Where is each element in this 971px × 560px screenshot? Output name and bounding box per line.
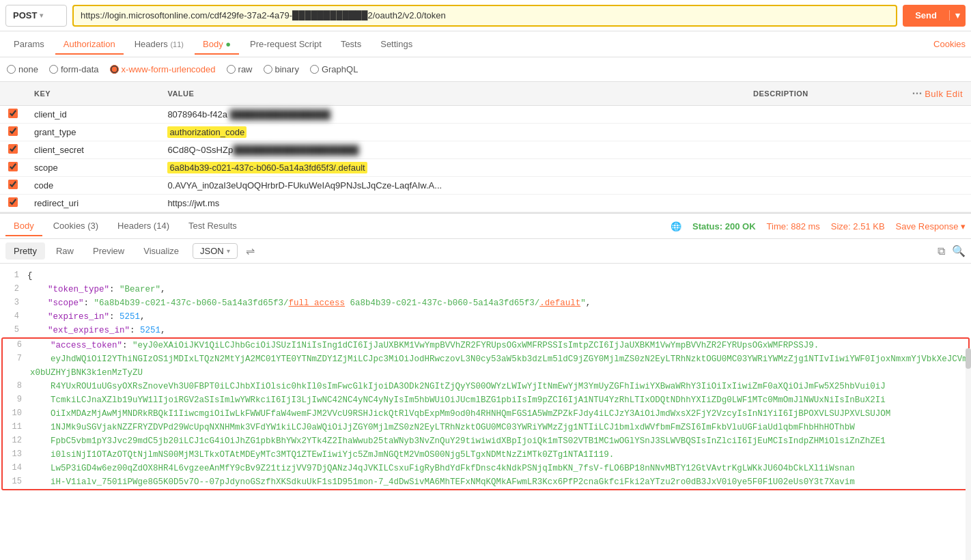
row-actions xyxy=(889,141,971,159)
pretty-tab[interactable]: Pretty xyxy=(5,242,45,260)
highlighted-value: authorization_code xyxy=(167,126,247,138)
tab-authorization[interactable]: Authorization xyxy=(55,35,124,55)
th-checkbox xyxy=(0,82,26,106)
send-button[interactable]: Send ▾ xyxy=(903,5,966,27)
key-cell[interactable]: scope xyxy=(26,159,159,177)
desc-cell[interactable] xyxy=(745,159,889,177)
desc-cell[interactable] xyxy=(745,124,889,141)
url-input[interactable] xyxy=(72,5,897,27)
radio-binary[interactable]: binary xyxy=(264,64,299,74)
key-cell[interactable]: grant_type xyxy=(26,124,159,141)
tab-tests[interactable]: Tests xyxy=(333,35,369,55)
th-actions: ··· Bulk Edit xyxy=(889,82,971,106)
json-format-select[interactable]: JSON ▾ xyxy=(193,243,238,259)
desc-cell[interactable] xyxy=(745,106,889,124)
json-line-4: 4 "expires_in": 5251, xyxy=(0,310,971,324)
status-ok: Status: 200 OK xyxy=(692,221,755,232)
resp-tab-cookies[interactable]: Cookies (3) xyxy=(45,216,107,236)
status-info: 🌐 Status: 200 OK Time: 882 ms Size: 2.51… xyxy=(671,221,966,232)
cookies-link[interactable]: Cookies xyxy=(933,39,966,49)
blurred-value: ████████████████ xyxy=(229,109,330,120)
status-time: Time: 882 ms xyxy=(767,221,820,232)
value-cell[interactable]: 6a8b4b39-c021-437c-b060-5a14a3fd65f3/.de… xyxy=(159,159,745,177)
resp-tab-test-results[interactable]: Test Results xyxy=(180,216,245,236)
value-cell[interactable]: authorization_code xyxy=(159,124,745,141)
row-checkbox[interactable] xyxy=(8,144,18,154)
send-arrow: ▾ xyxy=(949,10,966,20)
highlighted-value: 6a8b4b39-c021-437c-b060-5a14a3fd65f3/.de… xyxy=(167,162,367,173)
json-viewer[interactable]: 1 { 2 "token_type": "Bearer", 3 "scope":… xyxy=(0,264,971,534)
copy-icon[interactable]: ⧉ xyxy=(938,245,945,257)
desc-cell[interactable] xyxy=(745,177,889,195)
table-row: code 0.AVYA_in0zaI3eUqOQHrbrD-FUkuWeIAq9… xyxy=(0,177,971,195)
json-line-3: 3 "scope": "6a8b4b39-c021-437c-b060-5a14… xyxy=(0,296,971,310)
scrollbar-track[interactable] xyxy=(966,348,971,534)
row-checkbox[interactable] xyxy=(8,197,18,207)
json-line-7: 7 eyJhdWQiOiI2YThiNGIzOS1jMDIxLTQzN2MtYj… xyxy=(3,352,968,380)
value-cell[interactable]: 8078964b-f42a ████████████████ xyxy=(159,106,745,124)
radio-urlencoded[interactable]: x-www-form-urlencoded xyxy=(110,64,216,74)
row-actions xyxy=(889,106,971,124)
filter-icon[interactable]: ⇌ xyxy=(246,244,255,257)
key-cell[interactable]: client_secret xyxy=(26,141,159,159)
radio-none[interactable]: none xyxy=(7,64,38,74)
row-checkbox[interactable] xyxy=(8,126,18,136)
visualize-tab[interactable]: Visualize xyxy=(135,242,187,260)
json-format-label: JSON xyxy=(200,246,224,256)
response-tabs-row: Body Cookies (3) Headers (14) Test Resul… xyxy=(0,213,971,239)
json-line-13: 13 i0lsiNjI1OTAzOTQtNjlmNS00MjM3LTkxOTAt… xyxy=(3,448,968,462)
row-checkbox[interactable] xyxy=(8,180,18,189)
more-options-icon[interactable]: ··· xyxy=(912,87,923,99)
key-cell[interactable]: client_id xyxy=(26,106,159,124)
table-row: client_secret 6Cd8Q~0SsHZp██████████████… xyxy=(0,141,971,159)
params-table: KEY VALUE DESCRIPTION ··· Bulk Edit clie… xyxy=(0,82,971,212)
tab-params[interactable]: Params xyxy=(5,35,53,55)
tab-pre-request[interactable]: Pre-request Script xyxy=(242,35,330,55)
radio-graphql[interactable]: GraphQL xyxy=(310,64,358,74)
tab-settings[interactable]: Settings xyxy=(372,35,421,55)
json-line-1: 1 { xyxy=(0,269,971,283)
send-label: Send xyxy=(903,10,949,20)
search-icon[interactable]: 🔍 xyxy=(952,244,966,257)
table-row: redirect_uri https://jwt.ms xyxy=(0,195,971,212)
resp-tab-headers[interactable]: Headers (14) xyxy=(109,216,178,236)
url-bar: POST ▾ Send ▾ xyxy=(0,0,971,31)
request-tabs-row: Params Authorization Headers (11) Body ●… xyxy=(0,31,971,57)
save-response-button[interactable]: Save Response ▾ xyxy=(896,221,966,232)
table-row: client_id 8078964b-f42a ████████████████ xyxy=(0,106,971,124)
row-checkbox[interactable] xyxy=(8,162,18,171)
value-cell[interactable]: 0.AVYA_in0zaI3eUqOQHrbrD-FUkuWeIAq9PNJsL… xyxy=(159,177,745,195)
desc-cell[interactable] xyxy=(745,141,889,159)
tab-body[interactable]: Body ● xyxy=(195,35,239,55)
radio-form-data[interactable]: form-data xyxy=(49,64,99,74)
method-select[interactable]: POST ▾ xyxy=(5,5,67,27)
scrollbar-thumb[interactable] xyxy=(966,348,971,369)
tab-headers[interactable]: Headers (11) xyxy=(126,35,192,55)
params-section: KEY VALUE DESCRIPTION ··· Bulk Edit clie… xyxy=(0,82,971,213)
status-size: Size: 2.51 KB xyxy=(831,221,885,232)
body-type-row: none form-data x-www-form-urlencoded raw… xyxy=(0,57,971,82)
key-cell[interactable]: redirect_uri xyxy=(26,195,159,212)
json-line-12: 12 FpbC5vbm1pY3Jvc29mdC5jb20iLCJ1cG4iOiJ… xyxy=(3,434,968,448)
row-checkbox[interactable] xyxy=(8,109,18,118)
radio-raw[interactable]: raw xyxy=(227,64,253,74)
blurred-value: ████████████████████ xyxy=(233,145,358,155)
bulk-edit-button[interactable]: Bulk Edit xyxy=(925,89,963,99)
json-line-15: 15 iH-V1ialv_7501iPWge8G5K0D5v7O--07pJdy… xyxy=(3,475,968,489)
desc-cell[interactable] xyxy=(745,195,889,212)
method-chevron: ▾ xyxy=(40,12,43,19)
row-actions xyxy=(889,195,971,212)
preview-tab[interactable]: Preview xyxy=(85,242,132,260)
th-description: DESCRIPTION xyxy=(745,82,889,106)
json-format-chevron: ▾ xyxy=(227,247,230,255)
access-token-box: 6 "access_token": "eyJ0eXAiOiJKV1QiLCJhb… xyxy=(1,337,970,490)
table-row: scope 6a8b4b39-c021-437c-b060-5a14a3fd65… xyxy=(0,159,971,177)
resp-tab-body[interactable]: Body xyxy=(5,216,42,236)
value-cell[interactable]: https://jwt.ms xyxy=(159,195,745,212)
value-cell[interactable]: 6Cd8Q~0SsHZp████████████████████ xyxy=(159,141,745,159)
th-key: KEY xyxy=(26,82,159,106)
table-row: grant_type authorization_code xyxy=(0,124,971,141)
key-cell[interactable]: code xyxy=(26,177,159,195)
raw-tab[interactable]: Raw xyxy=(48,242,82,260)
json-line-10: 10 OiIxMDAzMjAwMjMNDRkRBQkI1IiwcmgiOiIwL… xyxy=(3,407,968,421)
